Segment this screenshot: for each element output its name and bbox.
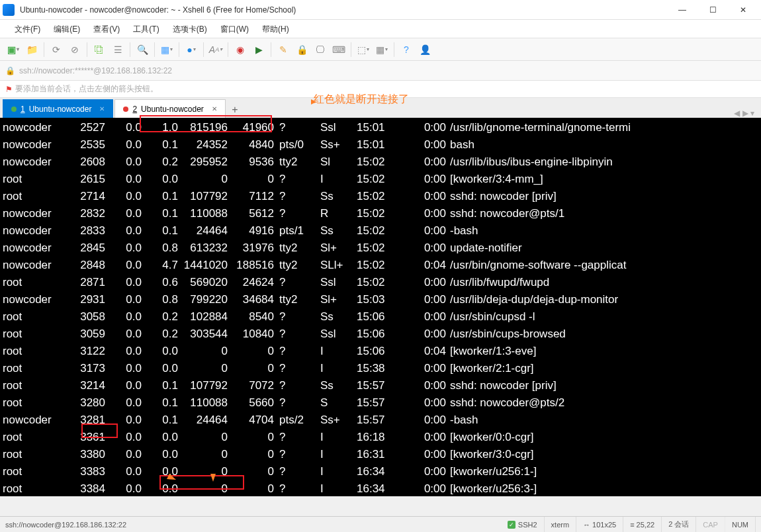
search-icon[interactable]: 🔍 [134, 42, 150, 58]
process-row: nowcoder32810.00.1244644704pts/2Ss+15:57… [3, 412, 758, 429]
tab-label: Ubuntu-nowcoder [29, 105, 92, 114]
keyboard-icon[interactable]: ⌨ [331, 42, 347, 58]
process-row: nowcoder26080.00.22959529536tty2Sl15:020… [3, 154, 758, 171]
tab-nav[interactable]: ◀ ▶ ▾ [730, 109, 758, 118]
address-text[interactable]: ssh://nowcoder:******@192.168.186.132:22 [19, 66, 172, 75]
separator [130, 42, 130, 57]
menu-tabs[interactable]: 选项卡(B) [166, 20, 214, 38]
process-row: root27140.00.11077927112?Ss15:020:00sshd… [3, 188, 758, 205]
compose-icon[interactable]: ✎ [275, 42, 291, 58]
status-bar: ssh://nowcoder@192.168.186.132:22 ✓SSH2 … [0, 516, 761, 532]
tab-index: 1 [21, 105, 25, 114]
copy-icon[interactable]: ⿻ [91, 42, 107, 58]
separator [87, 42, 87, 57]
tab-index: 2 [132, 105, 137, 114]
process-row: root28710.00.656902024624?Ssl15:020:00/u… [3, 274, 758, 291]
open-icon[interactable]: 📁 [24, 42, 40, 58]
process-row: nowcoder28450.00.861323231976tty2Sl+15:0… [3, 240, 758, 257]
app-icon [3, 4, 15, 16]
add-tab-button[interactable]: + [227, 102, 243, 118]
layout-icon[interactable]: ▦▾ [159, 42, 175, 58]
record-icon[interactable]: ◉ [232, 42, 248, 58]
separator [44, 42, 44, 57]
status-cap: CAP [696, 517, 725, 532]
screen-icon[interactable]: 🖵 [312, 42, 328, 58]
process-row: nowcoder29310.00.879922034684tty2Sl+15:0… [3, 291, 758, 308]
tab-close-icon[interactable]: ✕ [99, 105, 105, 112]
globe-icon[interactable]: ●▾ [183, 42, 199, 58]
disconnect-icon[interactable]: ⊘ [67, 42, 83, 58]
menu-tools[interactable]: 工具(T) [126, 20, 165, 38]
paste-icon[interactable]: ☰ [110, 42, 126, 58]
process-row: nowcoder25270.01.081519641960?Ssl15:010:… [3, 119, 758, 136]
separator [394, 42, 394, 57]
grid-icon[interactable]: ▦▾ [374, 42, 390, 58]
help-icon[interactable]: ? [398, 42, 414, 58]
status-path: ssh://nowcoder@192.168.186.132:22 [5, 521, 126, 529]
process-row: nowcoder28320.00.11100885612?R15:020:00s… [3, 205, 758, 222]
tab-1[interactable]: 1 Ubuntu-nowcoder ✕ [3, 99, 113, 118]
status-ssh: ✓SSH2 [501, 517, 545, 532]
minimize-button[interactable]: — [667, 0, 697, 20]
status-term: xterm [545, 517, 577, 532]
title-bar: Ubuntu-nowcoder - nowcoder@nowcoder: ~ -… [0, 0, 761, 20]
process-row: root33830.00.000?I16:340:00[kworker/u256… [3, 463, 758, 480]
status-size: ↔101x25 [576, 517, 623, 532]
process-row: nowcoder28480.04.71441020188516tty2SLl+1… [3, 257, 758, 274]
connected-indicator-icon [11, 107, 17, 112]
menu-edit[interactable]: 编辑(E) [47, 20, 87, 38]
tab-2[interactable]: 2 Ubuntu-nowcoder ✕ [114, 99, 225, 118]
flag-icon: ⚑ [5, 85, 13, 94]
reconnect-icon[interactable]: ⟳ [48, 42, 64, 58]
process-row: root31220.00.000?I15:060:04[kworker/1:3-… [3, 343, 758, 360]
status-num: NUM [725, 517, 756, 532]
process-row: root31730.00.000?I15:380:00[kworker/2:1-… [3, 360, 758, 377]
process-row: nowcoder28330.00.1244644916pts/1Ss15:020… [3, 222, 758, 240]
process-row: root30580.00.21028848540?Ss15:060:00/usr… [3, 308, 758, 326]
separator [179, 42, 179, 57]
process-row: root32140.00.11077927072?Ss15:570:00sshd… [3, 377, 758, 394]
menu-help[interactable]: 帮助(H) [255, 20, 296, 38]
lock-icon: 🔒 [5, 66, 15, 75]
process-row: nowcoder25350.00.1243524840pts/0Ss+15:01… [3, 136, 758, 154]
separator [271, 42, 271, 57]
status-pos: ≡25,22 [623, 517, 662, 532]
play-icon[interactable]: ▶ [251, 42, 267, 58]
close-button[interactable]: ✕ [728, 0, 758, 20]
encoding-icon[interactable]: ⬚▾ [355, 42, 371, 58]
disconnected-indicator-icon [123, 107, 128, 112]
process-row: root33610.00.000?I16:180:00[kworker/0:0-… [3, 429, 758, 446]
new-session-icon[interactable]: ▣▾ [5, 42, 21, 58]
terminal-output[interactable]: nowcoder25270.01.081519641960?Ssl15:010:… [0, 118, 761, 496]
lock-icon[interactable]: 🔒 [294, 42, 310, 58]
process-row: root33840.00.000?I16:340:00[kworker/u256… [3, 480, 758, 496]
process-row: root26150.00.000?I15:020:00[kworker/3:4-… [3, 171, 758, 188]
menu-window[interactable]: 窗口(W) [214, 20, 255, 38]
window-title: Ubuntu-nowcoder - nowcoder@nowcoder: ~ -… [20, 5, 667, 15]
process-row: root30590.00.230354410840?Ssl15:060:00/u… [3, 326, 758, 343]
hint-text: 要添加当前会话，点击左侧的箭头按钮。 [15, 83, 158, 95]
separator [228, 42, 228, 57]
menu-file[interactable]: 文件(F) [8, 20, 47, 38]
maximize-button[interactable]: ☐ [697, 0, 728, 20]
font-icon[interactable]: AA▾ [208, 42, 224, 58]
process-row: root33800.00.000?I16:310:00[kworker/3:0-… [3, 446, 758, 463]
separator [154, 42, 155, 57]
toolbar: ▣▾ 📁 ⟳ ⊘ ⿻ ☰ 🔍 ▦▾ ●▾ AA▾ ◉ ▶ ✎ 🔒 🖵 ⌨ ⬚▾ … [0, 38, 761, 61]
user-icon[interactable]: 👤 [417, 42, 433, 58]
process-row: root32800.00.11100885660?S15:570:00sshd:… [3, 394, 758, 412]
separator [203, 42, 204, 57]
tab-label: Ubuntu-nowcoder [141, 105, 204, 114]
tab-close-icon[interactable]: ✕ [212, 105, 217, 112]
annotation-text: 红色就是断开连接了 [314, 93, 409, 107]
menu-view[interactable]: 查看(V) [87, 20, 126, 38]
separator [351, 42, 351, 57]
address-bar: 🔒 ssh://nowcoder:******@192.168.186.132:… [0, 61, 761, 81]
status-sessions: 2 会话 [662, 517, 696, 532]
menu-bar: 文件(F) 编辑(E) 查看(V) 工具(T) 选项卡(B) 窗口(W) 帮助(… [0, 20, 761, 38]
